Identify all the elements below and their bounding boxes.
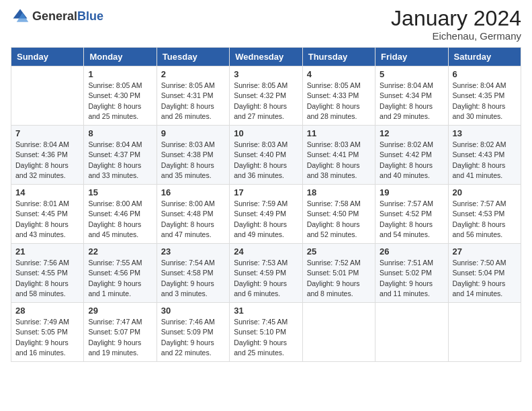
calendar-day-cell: 16Sunrise: 8:00 AM Sunset: 4:48 PM Dayli… <box>157 185 229 244</box>
calendar-day-cell: 30Sunrise: 7:46 AM Sunset: 5:09 PM Dayli… <box>157 303 229 362</box>
calendar-day-cell: 5Sunrise: 8:04 AM Sunset: 4:34 PM Daylig… <box>375 66 448 126</box>
calendar-day-cell: 27Sunrise: 7:50 AM Sunset: 5:04 PM Dayli… <box>448 244 521 303</box>
day-number: 18 <box>307 187 371 197</box>
day-info: Sunrise: 8:00 AM Sunset: 4:46 PM Dayligh… <box>88 199 152 240</box>
day-number: 19 <box>380 187 443 197</box>
calendar-week-row: 14Sunrise: 8:01 AM Sunset: 4:45 PM Dayli… <box>11 185 521 244</box>
day-number: 29 <box>88 306 152 316</box>
day-number: 2 <box>161 69 225 79</box>
day-info: Sunrise: 7:57 AM Sunset: 4:52 PM Dayligh… <box>380 199 443 240</box>
day-number: 9 <box>161 128 225 138</box>
page-header: GeneralBlue January 2024 Eichenau, Germa… <box>11 7 521 42</box>
calendar-week-row: 7Sunrise: 8:04 AM Sunset: 4:36 PM Daylig… <box>11 126 521 185</box>
day-number: 17 <box>234 187 298 197</box>
calendar-day-cell <box>11 66 84 126</box>
calendar-day-cell: 22Sunrise: 7:55 AM Sunset: 4:56 PM Dayli… <box>84 244 157 303</box>
day-info: Sunrise: 8:03 AM Sunset: 4:38 PM Dayligh… <box>161 140 225 181</box>
calendar-day-cell: 10Sunrise: 8:03 AM Sunset: 4:40 PM Dayli… <box>230 126 302 185</box>
day-number: 24 <box>234 246 298 257</box>
day-info: Sunrise: 8:04 AM Sunset: 4:37 PM Dayligh… <box>88 140 152 181</box>
day-number: 14 <box>15 187 79 197</box>
day-info: Sunrise: 7:54 AM Sunset: 4:58 PM Dayligh… <box>161 258 225 299</box>
calendar-day-cell: 12Sunrise: 8:02 AM Sunset: 4:42 PM Dayli… <box>375 126 448 185</box>
day-info: Sunrise: 7:57 AM Sunset: 4:53 PM Dayligh… <box>453 199 517 240</box>
day-info: Sunrise: 8:03 AM Sunset: 4:41 PM Dayligh… <box>307 140 371 181</box>
day-info: Sunrise: 7:58 AM Sunset: 4:50 PM Dayligh… <box>307 199 371 240</box>
day-info: Sunrise: 8:04 AM Sunset: 4:34 PM Dayligh… <box>380 81 443 122</box>
day-info: Sunrise: 8:01 AM Sunset: 4:45 PM Dayligh… <box>15 199 79 240</box>
calendar-day-cell: 21Sunrise: 7:56 AM Sunset: 4:55 PM Dayli… <box>11 244 84 303</box>
day-number: 21 <box>15 246 79 257</box>
day-info: Sunrise: 7:49 AM Sunset: 5:05 PM Dayligh… <box>15 317 79 358</box>
calendar-week-row: 21Sunrise: 7:56 AM Sunset: 4:55 PM Dayli… <box>11 244 521 303</box>
day-number: 5 <box>380 69 443 79</box>
calendar-day-cell: 15Sunrise: 8:00 AM Sunset: 4:46 PM Dayli… <box>84 185 157 244</box>
day-number: 20 <box>453 187 517 197</box>
calendar-day-cell: 17Sunrise: 7:59 AM Sunset: 4:49 PM Dayli… <box>230 185 302 244</box>
day-info: Sunrise: 8:05 AM Sunset: 4:31 PM Dayligh… <box>161 81 225 122</box>
day-number: 25 <box>307 246 371 257</box>
month-title: January 2024 <box>391 7 521 30</box>
day-number: 6 <box>453 69 517 79</box>
day-number: 12 <box>380 128 443 138</box>
day-info: Sunrise: 7:47 AM Sunset: 5:07 PM Dayligh… <box>88 317 152 358</box>
weekday-header-cell: Saturday <box>448 48 521 66</box>
weekday-header-cell: Thursday <box>302 48 375 66</box>
calendar-day-cell: 4Sunrise: 8:05 AM Sunset: 4:33 PM Daylig… <box>302 66 375 126</box>
calendar-day-cell <box>375 303 448 362</box>
day-info: Sunrise: 7:53 AM Sunset: 4:59 PM Dayligh… <box>234 258 298 299</box>
calendar-table: SundayMondayTuesdayWednesdayThursdayFrid… <box>11 47 521 362</box>
day-info: Sunrise: 7:59 AM Sunset: 4:49 PM Dayligh… <box>234 199 298 240</box>
logo: GeneralBlue <box>11 7 103 26</box>
day-info: Sunrise: 7:51 AM Sunset: 5:02 PM Dayligh… <box>380 258 443 299</box>
day-info: Sunrise: 8:03 AM Sunset: 4:40 PM Dayligh… <box>234 140 298 181</box>
day-info: Sunrise: 7:55 AM Sunset: 4:56 PM Dayligh… <box>88 258 152 299</box>
calendar-day-cell: 14Sunrise: 8:01 AM Sunset: 4:45 PM Dayli… <box>11 185 84 244</box>
day-number: 31 <box>234 306 298 316</box>
day-number: 7 <box>15 128 79 138</box>
day-number: 22 <box>88 246 152 257</box>
day-info: Sunrise: 8:04 AM Sunset: 4:36 PM Dayligh… <box>15 140 79 181</box>
weekday-header-cell: Sunday <box>11 48 84 66</box>
day-info: Sunrise: 7:52 AM Sunset: 5:01 PM Dayligh… <box>307 258 371 299</box>
day-number: 13 <box>453 128 517 138</box>
calendar-day-cell: 19Sunrise: 7:57 AM Sunset: 4:52 PM Dayli… <box>375 185 448 244</box>
calendar-day-cell: 23Sunrise: 7:54 AM Sunset: 4:58 PM Dayli… <box>157 244 229 303</box>
day-info: Sunrise: 8:04 AM Sunset: 4:35 PM Dayligh… <box>453 81 517 122</box>
day-info: Sunrise: 8:05 AM Sunset: 4:32 PM Dayligh… <box>234 81 298 122</box>
calendar-day-cell: 13Sunrise: 8:02 AM Sunset: 4:43 PM Dayli… <box>448 126 521 185</box>
day-number: 1 <box>88 69 152 79</box>
day-number: 26 <box>380 246 443 257</box>
logo-general-text: General <box>32 9 77 23</box>
weekday-header-cell: Friday <box>375 48 448 66</box>
day-number: 16 <box>161 187 225 197</box>
location-title: Eichenau, Germany <box>391 30 521 42</box>
calendar-day-cell: 24Sunrise: 7:53 AM Sunset: 4:59 PM Dayli… <box>230 244 302 303</box>
day-number: 4 <box>307 69 371 79</box>
calendar-day-cell: 3Sunrise: 8:05 AM Sunset: 4:32 PM Daylig… <box>230 66 302 126</box>
calendar-day-cell <box>448 303 521 362</box>
day-number: 11 <box>307 128 371 138</box>
day-info: Sunrise: 7:46 AM Sunset: 5:09 PM Dayligh… <box>161 317 225 358</box>
calendar-day-cell: 6Sunrise: 8:04 AM Sunset: 4:35 PM Daylig… <box>448 66 521 126</box>
title-block: January 2024 Eichenau, Germany <box>391 7 521 42</box>
calendar-week-row: 28Sunrise: 7:49 AM Sunset: 5:05 PM Dayli… <box>11 303 521 362</box>
calendar-day-cell: 2Sunrise: 8:05 AM Sunset: 4:31 PM Daylig… <box>157 66 229 126</box>
calendar-day-cell: 9Sunrise: 8:03 AM Sunset: 4:38 PM Daylig… <box>157 126 229 185</box>
calendar-day-cell: 18Sunrise: 7:58 AM Sunset: 4:50 PM Dayli… <box>302 185 375 244</box>
weekday-header-cell: Monday <box>84 48 157 66</box>
day-info: Sunrise: 7:45 AM Sunset: 5:10 PM Dayligh… <box>234 317 298 358</box>
day-number: 30 <box>161 306 225 316</box>
day-number: 8 <box>88 128 152 138</box>
logo-blue-text: Blue <box>77 9 103 23</box>
calendar-day-cell: 11Sunrise: 8:03 AM Sunset: 4:41 PM Dayli… <box>302 126 375 185</box>
calendar-day-cell: 26Sunrise: 7:51 AM Sunset: 5:02 PM Dayli… <box>375 244 448 303</box>
day-info: Sunrise: 8:05 AM Sunset: 4:30 PM Dayligh… <box>88 81 152 122</box>
calendar-day-cell: 20Sunrise: 7:57 AM Sunset: 4:53 PM Dayli… <box>448 185 521 244</box>
calendar-day-cell: 25Sunrise: 7:52 AM Sunset: 5:01 PM Dayli… <box>302 244 375 303</box>
day-info: Sunrise: 7:50 AM Sunset: 5:04 PM Dayligh… <box>453 258 517 299</box>
weekday-header-cell: Tuesday <box>157 48 229 66</box>
day-info: Sunrise: 8:00 AM Sunset: 4:48 PM Dayligh… <box>161 199 225 240</box>
day-info: Sunrise: 8:05 AM Sunset: 4:33 PM Dayligh… <box>307 81 371 122</box>
logo-icon <box>11 7 30 26</box>
